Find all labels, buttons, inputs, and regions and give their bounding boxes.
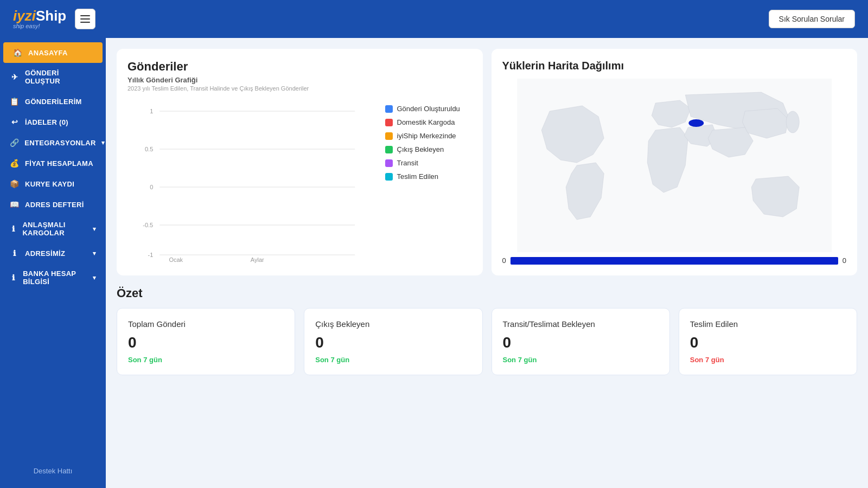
svg-text:0: 0 [150,184,153,190]
summary-card-period-1: Son 7 gün [315,356,471,364]
svg-point-14 [688,119,704,127]
top-section: Gönderiler Yıllık Gönderi Grafiği 2023 y… [117,49,857,275]
legend-label-1: Gönderi Oluşturuldu [397,105,460,113]
sidebar-label-anasayfa: ANASAYFA [28,49,68,57]
sidebar-item-banka[interactable]: ℹ BANKA HESAP BİLGİSİ ▾ [0,264,106,292]
logo-iyz: iyzi [13,8,36,24]
ozet-title: Özet [117,286,857,300]
svg-text:-1: -1 [148,252,153,258]
legend-item-3: iyiShip Merkezinde [385,132,472,140]
summary-card-period-2: Son 7 gün [503,356,659,364]
sidebar-label-anlasmali: ANLAŞMALI KARGOLAR [22,221,87,237]
sidebar-item-gonderi-olustur[interactable]: ✈ GÖNDERİ OLUŞTUR [0,63,106,91]
chart-subtitle: Yıllık Gönderi Grafiği [127,76,472,84]
summary-card-period-0: Son 7 gün [128,356,284,364]
app-body: 🏠 ANASAYFA ✈ GÖNDERİ OLUŞTUR 📋 GÖNDERİLE… [0,38,868,488]
svg-text:Ocak: Ocak [169,256,183,263]
chevron-down-icon-3: ▾ [93,250,96,257]
menu-line-1 [80,15,90,16]
chart-desc: 2023 yılı Teslim Edilen, Transit Halinde… [127,85,472,92]
send-icon: ✈ [10,73,20,81]
summary-card-value-1: 0 [315,334,471,351]
sidebar-item-kurye[interactable]: 📦 KURYE KAYDI [0,174,106,194]
menu-toggle-button[interactable] [75,9,95,29]
integration-icon: 🔗 [10,138,19,147]
chevron-down-icon: ▾ [101,139,105,146]
info-icon-1: ℹ [10,224,17,233]
svg-text:Aylar: Aylar [251,256,264,263]
sidebar-label-fiyat: FİYAT HESAPLAMA [25,159,93,168]
sidebar-item-adresimiz[interactable]: ℹ ADRESİMİZ ▾ [0,243,106,264]
legend-dot-2 [385,119,393,126]
world-map-svg [502,79,847,252]
main-content: Gönderiler Yıllık Gönderi Grafiği 2023 y… [106,38,868,488]
return-icon: ↩ [10,118,20,126]
summary-card-value-0: 0 [128,334,284,351]
menu-line-2 [80,18,90,20]
header: iyziShip ship easy! Sık Sorulan Sorular [0,0,868,38]
addressbook-icon: 📖 [10,200,20,209]
summary-cards: Toplam Gönderi 0 Son 7 gün Çıkış Bekleye… [117,308,857,375]
chevron-down-icon-2: ▾ [93,226,96,233]
legend-label-5: Transit [397,159,418,167]
sidebar-item-gonderilerim[interactable]: 📋 GÖNDERİLERİM [0,91,106,112]
sidebar-label-gonderi-olustur: GÖNDERİ OLUŞTUR [25,69,96,85]
map-bar-right-value: 0 [843,256,846,265]
sidebar-item-fiyat[interactable]: 💰 FİYAT HESAPLAMA [0,153,106,174]
summary-card-title-2: Transit/Teslimat Bekleyen [503,319,659,329]
chart-area: 1 0.5 0 -0.5 -1 Ocak Aylar [127,100,376,263]
summary-card-transit: Transit/Teslimat Bekleyen 0 Son 7 gün [492,308,670,375]
gonderiler-card: Gönderiler Yıllık Gönderi Grafiği 2023 y… [117,49,483,275]
svg-text:0.5: 0.5 [145,146,153,152]
map-bar-left-value: 0 [502,256,506,265]
sidebar-label-banka: BANKA HESAP BİLGİSİ [23,269,87,286]
svg-text:1: 1 [150,108,153,114]
sidebar-label-kurye: KURYE KAYDI [25,180,74,188]
sidebar-item-anlasmali[interactable]: ℹ ANLAŞMALI KARGOLAR ▾ [0,215,106,243]
logo-ship: Ship [36,8,66,24]
legend-label-4: Çıkış Bekleyen [397,145,444,153]
legend-item-1: Gönderi Oluşturuldu [385,105,472,113]
courier-icon: 📦 [10,179,20,188]
svg-text:-0.5: -0.5 [143,222,153,228]
harita-card: Yüklerin Harita Dağılımı [492,49,858,275]
gonderiler-title: Gönderiler [127,60,472,74]
summary-card-cikis: Çıkış Bekleyen 0 Son 7 gün [304,308,482,375]
home-icon: 🏠 [13,48,23,57]
sidebar-label-adres-defteri: ADRES DEFTERİ [25,201,84,209]
legend-dot-3 [385,132,393,140]
sidebar-item-entegrasyonlar[interactable]: 🔗 ENTEGRASYONLAR ▾ [0,132,106,153]
legend-item-5: Transit [385,159,472,167]
summary-card-title-0: Toplam Gönderi [128,319,284,329]
sidebar-label-iadeler: İADELER (0) [25,118,68,126]
legend-label-6: Teslim Edilen [397,172,439,181]
sidebar-item-iadeler[interactable]: ↩ İADELER (0) [0,112,106,132]
summary-card-value-3: 0 [690,334,846,351]
chevron-down-icon-4: ▾ [93,274,96,281]
svg-point-13 [786,111,799,133]
ozet-section: Özet Toplam Gönderi 0 Son 7 gün Çıkış Be… [117,286,857,375]
logo: iyziShip ship easy! [13,9,66,29]
legend-label-3: iyiShip Merkezinde [397,132,456,140]
legend-dot-1 [385,105,393,113]
legend-label-2: Domestik Kargoda [397,118,455,126]
sidebar-item-anasayfa[interactable]: 🏠 ANASAYFA [3,42,103,63]
map-bar [510,257,838,265]
list-icon: 📋 [10,97,20,106]
info-icon-3: ℹ [10,273,17,282]
summary-card-toplam: Toplam Gönderi 0 Son 7 gün [117,308,295,375]
info-icon-2: ℹ [10,249,20,258]
support-link[interactable]: Destek Hattı [0,458,106,484]
legend-item-2: Domestik Kargoda [385,118,472,126]
sidebar: 🏠 ANASAYFA ✈ GÖNDERİ OLUŞTUR 📋 GÖNDERİLE… [0,38,106,488]
legend-dot-5 [385,159,393,167]
summary-card-title-1: Çıkış Bekleyen [315,319,471,329]
legend-item-6: Teslim Edilen [385,172,472,181]
sidebar-item-adres-defteri[interactable]: 📖 ADRES DEFTERİ [0,194,106,215]
sidebar-label-gonderilerim: GÖNDERİLERİM [25,98,82,106]
chart-container: 1 0.5 0 -0.5 -1 Ocak Aylar [127,100,472,263]
summary-card-period-3: Son 7 gün [690,356,846,364]
price-icon: 💰 [10,159,20,168]
legend-dot-6 [385,173,393,181]
faq-button[interactable]: Sık Sorulan Sorular [769,10,855,28]
